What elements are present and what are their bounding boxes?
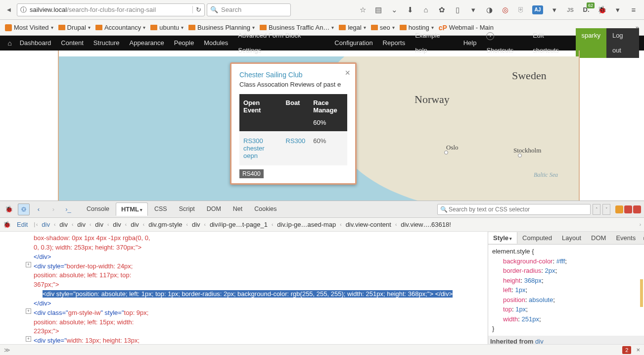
info-tag[interactable]: RS400 bbox=[239, 169, 264, 178]
info-table: Open Event Boat Race Manage 60% RS300 ch… bbox=[239, 94, 347, 165]
bookmark-most-visited[interactable]: Most Visited▾ bbox=[5, 24, 53, 31]
admin-modules[interactable]: Modules bbox=[199, 36, 233, 51]
bc-item[interactable]: div bbox=[39, 220, 53, 229]
tab-html[interactable]: HTML▾ bbox=[116, 203, 148, 216]
evernote-icon[interactable]: ✿ bbox=[437, 5, 446, 14]
admin-configuration[interactable]: Configuration bbox=[329, 36, 377, 51]
nav-back-icon[interactable]: ‹ bbox=[33, 203, 45, 215]
devtools-search-input[interactable] bbox=[437, 204, 591, 215]
folder-icon bbox=[339, 25, 346, 30]
tab-console[interactable]: Console bbox=[81, 203, 115, 216]
th-percent: 60% bbox=[309, 119, 347, 131]
map-label-norway: Norway bbox=[414, 93, 450, 106]
bookmark-drupal[interactable]: Drupal▾ bbox=[58, 24, 91, 31]
bc-item[interactable]: div.ip-ge…ased-map bbox=[274, 220, 339, 229]
downloads-icon[interactable]: ⬇ bbox=[406, 5, 414, 14]
devtools-detach[interactable] bbox=[624, 205, 632, 213]
google-map[interactable]: Sweden Norway Oslo Stockholm Baltic Sea … bbox=[59, 56, 579, 201]
expand-icon[interactable]: + bbox=[26, 308, 31, 314]
expand-icon[interactable]: + bbox=[26, 262, 31, 267]
pocket-icon[interactable]: ⌄ bbox=[390, 5, 399, 14]
back-button[interactable]: ◄ bbox=[3, 4, 15, 16]
side-tab-computed[interactable]: Computed bbox=[517, 232, 557, 244]
side-tab-dom[interactable]: DOM bbox=[586, 232, 611, 244]
tab-css[interactable]: CSS bbox=[149, 203, 173, 216]
side-tab-layout[interactable]: Layout bbox=[557, 232, 586, 244]
bc-item[interactable]: div bbox=[189, 220, 203, 229]
selected-node[interactable]: <div style="position: absolute; left: 1p… bbox=[43, 290, 453, 298]
tab-dom[interactable]: DOM bbox=[201, 203, 227, 216]
bookmark-legal[interactable]: legal▾ bbox=[339, 24, 366, 31]
devtools-close[interactable] bbox=[633, 205, 641, 213]
admin-people[interactable]: People bbox=[169, 36, 199, 51]
console-prompt-icon[interactable]: ≫ bbox=[4, 347, 10, 354]
devtools-html-tree[interactable]: box-shadow: 0px 1px 4px -1px rgba(0, 0, … bbox=[0, 232, 488, 344]
browser-search[interactable]: 🔍 Search bbox=[207, 3, 291, 16]
bc-item[interactable]: div bbox=[92, 220, 106, 229]
hamburger-icon[interactable]: ≡ bbox=[629, 5, 638, 14]
side-tab-style[interactable]: Style▾ bbox=[488, 232, 517, 244]
bc-item[interactable]: div.view-content bbox=[343, 220, 394, 229]
style-rules[interactable]: element.style { background-color: #fff; … bbox=[488, 245, 644, 344]
admin-help[interactable]: Help bbox=[459, 36, 482, 51]
footer-close-icon[interactable]: × bbox=[636, 346, 640, 354]
bc-item[interactable]: div bbox=[56, 220, 71, 229]
bookmark-seo[interactable]: seo▾ bbox=[371, 24, 395, 31]
side-tab-more[interactable]: ▸ bbox=[641, 234, 644, 242]
th-race-manage: Race Manage bbox=[309, 94, 347, 119]
shield-icon[interactable]: ⛨ bbox=[516, 5, 525, 14]
side-tab-events[interactable]: Events bbox=[611, 232, 641, 244]
bc-item[interactable]: div.view….63618! bbox=[398, 220, 454, 229]
bookmark-ubuntu[interactable]: ubuntu▾ bbox=[150, 24, 184, 31]
expand-icon[interactable]: + bbox=[26, 336, 31, 342]
search-next[interactable]: ˅ bbox=[602, 204, 610, 215]
aj-icon[interactable]: AJ bbox=[532, 5, 543, 14]
home-icon[interactable]: ⌂ bbox=[421, 5, 430, 14]
reload-icon[interactable]: ↻ bbox=[192, 6, 201, 13]
target-icon[interactable]: ◎ bbox=[501, 5, 509, 14]
devtools-minimize[interactable] bbox=[615, 205, 623, 213]
reader-icon[interactable]: ▤ bbox=[374, 5, 383, 14]
admin-home-icon[interactable]: ⌂ bbox=[5, 39, 15, 47]
bc-item[interactable]: div.gm-style bbox=[145, 220, 185, 229]
bookmark-star-icon[interactable]: ☆ bbox=[358, 5, 367, 14]
folder-icon bbox=[188, 25, 195, 30]
bug-icon[interactable]: 🐞 bbox=[598, 5, 606, 14]
inspect-icon[interactable]: ⯐ bbox=[18, 203, 30, 215]
boat-link[interactable]: RS300 bbox=[286, 137, 306, 145]
url-bar[interactable]: ⓘ sailview.local/search-for-clubs-for-ra… bbox=[17, 3, 205, 16]
notes-icon[interactable]: ▯ bbox=[453, 5, 462, 14]
firebug-small-icon[interactable]: 🐞 bbox=[3, 221, 11, 228]
firebug-icon[interactable]: 🐞 bbox=[3, 203, 15, 215]
info-title[interactable]: Chester Sailing Club bbox=[239, 71, 347, 79]
devtools-panel: 🐞 ⯐ ‹ › ›_ Console HTML▾ CSS Script DOM … bbox=[0, 201, 644, 355]
admin-reports[interactable]: Reports bbox=[378, 36, 411, 51]
admin-structure[interactable]: Structure bbox=[89, 36, 125, 51]
circle-icon[interactable]: ◑ bbox=[485, 5, 494, 14]
event-link[interactable]: RS300 chester oepn bbox=[243, 137, 265, 159]
admin-appearance[interactable]: Appearance bbox=[125, 36, 169, 51]
close-icon[interactable]: × bbox=[345, 68, 350, 78]
devtools-toolbar: 🐞 ⯐ ‹ › ›_ Console HTML▾ CSS Script DOM … bbox=[0, 201, 644, 218]
breadcrumb-edit[interactable]: Edit bbox=[12, 221, 33, 228]
admin-content[interactable]: Content bbox=[56, 36, 89, 51]
console-toggle-icon[interactable]: ›_ bbox=[62, 203, 74, 215]
bc-item[interactable]: div#ip-ge…t-page_1 bbox=[207, 220, 271, 229]
nav-fwd-icon[interactable]: › bbox=[47, 203, 59, 215]
error-badge[interactable]: 2 bbox=[622, 346, 631, 354]
bc-item[interactable]: div bbox=[110, 220, 124, 229]
dev-chevron-icon[interactable]: ▾ bbox=[550, 5, 559, 14]
search-prev[interactable]: ˄ bbox=[593, 204, 600, 215]
chevron-down-icon[interactable]: ▾ bbox=[469, 5, 478, 14]
tab-script[interactable]: Script bbox=[174, 203, 200, 216]
bookmark-accountancy[interactable]: Accountancy▾ bbox=[95, 24, 145, 31]
js-icon[interactable]: JS bbox=[566, 5, 575, 14]
tab-net[interactable]: Net bbox=[228, 203, 248, 216]
bc-item[interactable]: div bbox=[128, 220, 142, 229]
search-icon: 🔍 bbox=[440, 206, 448, 213]
tab-cookies[interactable]: Cookies bbox=[249, 203, 282, 216]
d-badge-icon[interactable]: D.62 bbox=[582, 5, 591, 14]
admin-dashboard[interactable]: Dashboard bbox=[15, 36, 56, 51]
bc-item[interactable]: div bbox=[74, 220, 89, 229]
more-chevron-icon[interactable]: ▾ bbox=[613, 5, 622, 14]
